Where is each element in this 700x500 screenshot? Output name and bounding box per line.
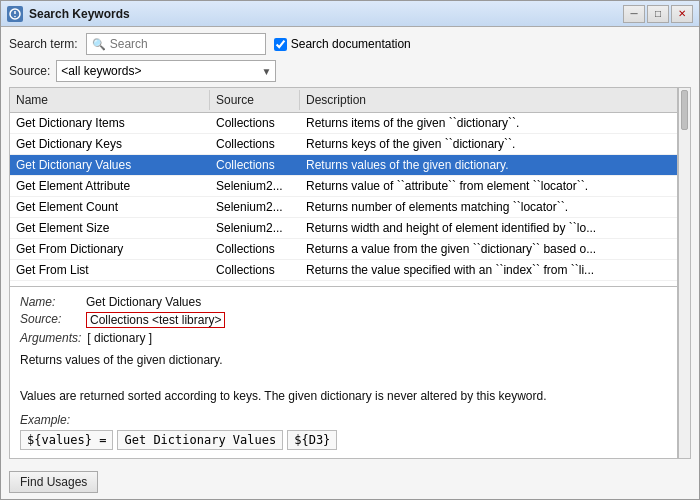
- col-header-name: Name: [10, 90, 210, 110]
- detail-name-value: Get Dictionary Values: [86, 295, 201, 309]
- desc-line1: Returns values of the given dictionary.: [20, 351, 667, 369]
- detail-name-row: Name: Get Dictionary Values: [20, 295, 667, 309]
- detail-panel: Name: Get Dictionary Values Source: Coll…: [10, 286, 677, 458]
- footer: Find Usages: [1, 465, 699, 499]
- example-code-part: Get Dictionary Values: [117, 430, 283, 450]
- cell-name: Get Element Count: [10, 197, 210, 217]
- cell-name: Get From Dictionary: [10, 239, 210, 259]
- cell-description: Returns the value specified with an ``in…: [300, 260, 677, 280]
- source-row: Source: <all keywords> ▼: [9, 60, 691, 82]
- table-header: Name Source Description: [10, 88, 677, 113]
- cell-source: Collections: [210, 260, 300, 280]
- example-label: Example:: [20, 413, 667, 427]
- table-row[interactable]: Get Dictionary Keys Collections Returns …: [10, 134, 677, 155]
- window-title: Search Keywords: [29, 7, 623, 21]
- detail-arguments-row: Arguments: [ dictionary ]: [20, 331, 667, 345]
- detail-name-label: Name:: [20, 295, 80, 309]
- search-docs-checkbox[interactable]: [274, 38, 287, 51]
- cell-description: Returns number of elements matching ``lo…: [300, 197, 677, 217]
- window-content: Search term: 🔍 Search documentation Sour…: [1, 27, 699, 465]
- table-body: Get Dictionary Items Collections Returns…: [10, 113, 677, 286]
- detail-source-label: Source:: [20, 312, 80, 326]
- cell-source: Selenium2...: [210, 176, 300, 196]
- cell-description: Returns value of ``attribute`` from elem…: [300, 176, 677, 196]
- table-row[interactable]: Get Dictionary Items Collections Returns…: [10, 113, 677, 134]
- cell-description: Returns values of the given dictionary.: [300, 155, 677, 175]
- maximize-button[interactable]: □: [647, 5, 669, 23]
- svg-point-2: [14, 15, 16, 17]
- search-docs-checkbox-row: Search documentation: [274, 37, 411, 51]
- source-label: Source:: [9, 64, 50, 78]
- table-row[interactable]: Get From List Collections Returns the va…: [10, 260, 677, 281]
- col-header-source: Source: [210, 90, 300, 110]
- search-term-label: Search term:: [9, 37, 78, 51]
- cell-description: Returns a value from the given ``diction…: [300, 239, 677, 259]
- title-bar: Search Keywords ─ □ ✕: [1, 1, 699, 27]
- results-panel: Name Source Description Get Dictionary I…: [10, 88, 678, 458]
- scrollbar-thumb[interactable]: [681, 90, 688, 130]
- col-header-description: Description: [300, 90, 677, 110]
- detail-description: Returns values of the given dictionary. …: [20, 351, 667, 405]
- cell-name: Get Element Attribute: [10, 176, 210, 196]
- table-row[interactable]: Get From Dictionary Collections Returns …: [10, 239, 677, 260]
- source-dropdown[interactable]: <all keywords> ▼: [56, 60, 276, 82]
- cell-name: Get Dictionary Values: [10, 155, 210, 175]
- cell-description: Returns keys of the given ``dictionary``…: [300, 134, 677, 154]
- detail-source-row: Source: Collections <test library>: [20, 312, 667, 328]
- source-value: <all keywords>: [61, 64, 141, 78]
- cell-name: Get Dictionary Keys: [10, 134, 210, 154]
- window-icon: [7, 6, 23, 22]
- find-usages-button[interactable]: Find Usages: [9, 471, 98, 493]
- scrollbar[interactable]: [678, 88, 690, 458]
- cell-source: Collections: [210, 155, 300, 175]
- search-keywords-window: Search Keywords ─ □ ✕ Search term: 🔍 Sea…: [0, 0, 700, 500]
- cell-name: Get Dictionary Items: [10, 113, 210, 133]
- detail-arguments-value: [ dictionary ]: [87, 331, 152, 345]
- detail-arguments-label: Arguments:: [20, 331, 81, 345]
- search-term-row: Search term: 🔍 Search documentation: [9, 33, 691, 55]
- cell-source: Selenium2...: [210, 218, 300, 238]
- minimize-button[interactable]: ─: [623, 5, 645, 23]
- dropdown-arrow-icon: ▼: [261, 66, 271, 77]
- search-docs-label: Search documentation: [291, 37, 411, 51]
- detail-source-value: Collections <test library>: [86, 312, 225, 328]
- example-code: ${values} =Get Dictionary Values${D3}: [20, 430, 667, 450]
- window-controls: ─ □ ✕: [623, 5, 693, 23]
- cell-source: Selenium2...: [210, 197, 300, 217]
- search-input[interactable]: [110, 37, 260, 51]
- cell-name: Get From List: [10, 260, 210, 280]
- close-button[interactable]: ✕: [671, 5, 693, 23]
- table-row[interactable]: Get Dictionary Values Collections Return…: [10, 155, 677, 176]
- main-area: Name Source Description Get Dictionary I…: [9, 87, 691, 459]
- table-row[interactable]: Get Element Attribute Selenium2... Retur…: [10, 176, 677, 197]
- cell-source: Collections: [210, 134, 300, 154]
- example-code-part: ${D3}: [287, 430, 337, 450]
- desc-line2: Values are returned sorted according to …: [20, 387, 667, 405]
- cell-description: Returns items of the given ``dictionary`…: [300, 113, 677, 133]
- cell-source: Collections: [210, 239, 300, 259]
- search-box[interactable]: 🔍: [86, 33, 266, 55]
- cell-source: Collections: [210, 113, 300, 133]
- table-row[interactable]: Get Element Size Selenium2... Returns wi…: [10, 218, 677, 239]
- cell-name: Get Element Size: [10, 218, 210, 238]
- search-icon: 🔍: [92, 38, 106, 51]
- table-row[interactable]: Get Element Count Selenium2... Returns n…: [10, 197, 677, 218]
- cell-description: Returns width and height of element iden…: [300, 218, 677, 238]
- example-code-part: ${values} =: [20, 430, 113, 450]
- detail-example: Example: ${values} =Get Dictionary Value…: [20, 413, 667, 450]
